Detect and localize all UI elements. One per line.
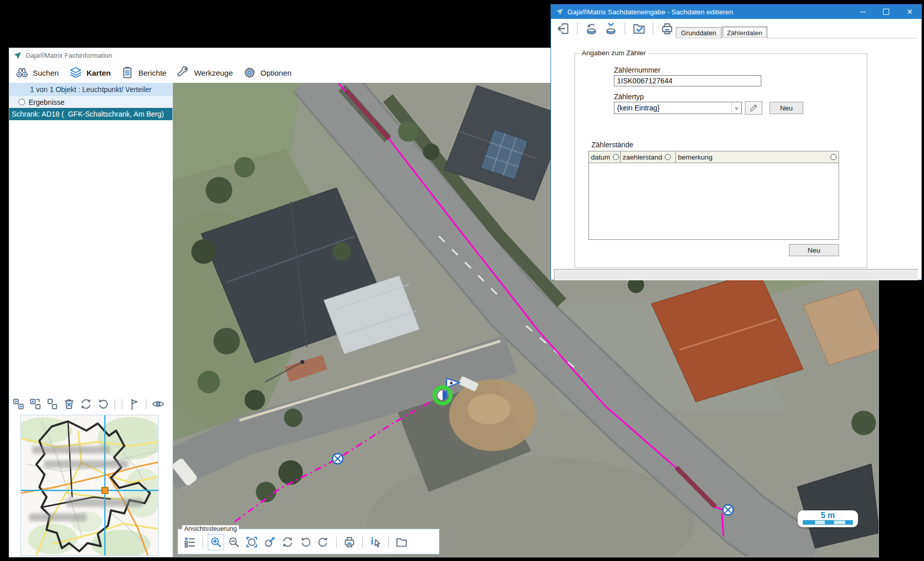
info-select-button[interactable]: [369, 535, 382, 549]
zaehlerstaende-table[interactable]: datum zaehlerstand bemerkung: [588, 151, 839, 240]
sort-indicator[interactable]: [613, 154, 619, 160]
reload-data-button[interactable]: [584, 21, 599, 36]
layer-list-button[interactable]: [183, 535, 196, 549]
flag-button[interactable]: [127, 397, 141, 411]
toolbar-berichte[interactable]: Berichte: [121, 66, 166, 79]
cable-node-marker[interactable]: [723, 505, 733, 515]
zaehlernummer-input[interactable]: [614, 75, 761, 86]
folder-check-icon: [632, 21, 646, 36]
toolbar-werkzeuge[interactable]: Werkzeuge: [177, 66, 233, 79]
dialog-toolbar: Grunddaten Zählerdaten: [551, 19, 921, 38]
trash-x-icon: [62, 397, 76, 411]
sort-indicator[interactable]: [830, 154, 837, 160]
refresh-icon: [281, 535, 294, 549]
print-button[interactable]: [660, 21, 674, 36]
sachdaten-dialog: Gaja®Matrix Sachdateneingabe - Sachdaten…: [551, 4, 922, 280]
zoom-in-icon: [209, 535, 223, 549]
edit-zaehlertyp-button[interactable]: [745, 101, 762, 115]
blurred-place-label: [44, 460, 128, 468]
blurred-place-label: [66, 499, 143, 507]
divider: [362, 537, 363, 548]
printer-icon: [660, 21, 674, 36]
zaehlerstaende-label: Zählerstände: [591, 141, 633, 149]
blurred-place-label: [32, 446, 110, 454]
zoom-out-tool-button[interactable]: [227, 535, 240, 549]
divider: [203, 537, 203, 548]
database-save-icon: [604, 21, 618, 36]
tab-grunddaten[interactable]: Grunddaten: [676, 27, 721, 38]
results-tools: [12, 394, 165, 414]
zaehlerstand-neu-button[interactable]: Neu: [789, 244, 839, 256]
maximize-icon: [883, 9, 889, 15]
toolbar-karten[interactable]: Karten: [69, 66, 111, 79]
toolbar-optionen[interactable]: Optionen: [243, 66, 292, 79]
redo-icon: [317, 535, 330, 549]
zaehlernummer-label: Zählernummer: [614, 66, 661, 74]
undo-icon: [299, 535, 312, 549]
print-map-button[interactable]: [343, 535, 356, 549]
open-folder-button[interactable]: [395, 535, 408, 549]
zoom-out-icon: [227, 535, 240, 549]
printer-icon: [343, 535, 356, 549]
toolbar-optionen-label: Optionen: [260, 69, 292, 77]
column-header-zaehlerstand[interactable]: zaehlerstand: [621, 151, 676, 163]
zoom-in-tool-button[interactable]: [209, 535, 223, 549]
cable-node-marker[interactable]: [333, 454, 343, 464]
refresh-results-button[interactable]: [79, 397, 93, 411]
screen: Gaja®Matrix Fachinformation Suchen Kart: [0, 0, 924, 561]
divider: [625, 23, 625, 35]
select-objects-button[interactable]: [12, 397, 25, 411]
toolbar-karten-label: Karten: [86, 69, 111, 77]
dialog-title: Gaja®Matrix Sachdateneingabe - Sachdaten…: [567, 8, 733, 16]
zaehlertyp-value: {kein Eintrag}: [614, 104, 731, 112]
tab-zaehlerdaten[interactable]: Zählerdaten: [722, 26, 767, 38]
app-logo-icon: [14, 52, 21, 59]
pencil-icon: [749, 103, 759, 113]
sort-indicator[interactable]: [665, 154, 671, 160]
dialog-tabs: Grunddaten Zählerdaten: [676, 26, 768, 38]
zaehlertyp-neu-button[interactable]: Neu: [769, 102, 803, 114]
squares-filled-icon: [12, 397, 25, 411]
divider: [577, 23, 578, 35]
add-selection-button[interactable]: [29, 397, 42, 411]
view-toolbar-label: Ansichtssteuerung: [182, 525, 239, 532]
result-item-selected[interactable]: Schrank: AD18 ( GFK-Schaltschrank, Am Be…: [9, 108, 172, 120]
validate-button[interactable]: [632, 21, 646, 36]
zaehlertyp-combo[interactable]: {kein Eintrag} ∨: [614, 102, 742, 114]
column-header-datum[interactable]: datum: [589, 151, 621, 163]
column-header-bemerkung[interactable]: bemerkung: [676, 151, 839, 163]
refresh-icon: [79, 397, 93, 411]
close-button[interactable]: ✕: [898, 5, 921, 19]
minimize-button[interactable]: [851, 5, 874, 19]
overview-map[interactable]: [20, 415, 159, 556]
divider: [336, 537, 337, 548]
undo-button[interactable]: [96, 397, 109, 411]
eye-icon: [151, 397, 165, 411]
results-group-row[interactable]: Ergebnisse: [9, 96, 172, 108]
maximize-button[interactable]: [874, 5, 898, 19]
wrench-icon: [177, 66, 190, 79]
scale-label: 5 m: [798, 510, 858, 520]
zoom-window-button[interactable]: [245, 535, 258, 549]
refresh-map-button[interactable]: [281, 535, 294, 549]
toolbar-suchen[interactable]: Suchen: [15, 66, 59, 79]
delete-results-button[interactable]: [62, 397, 76, 411]
view-undo-button[interactable]: [299, 535, 312, 549]
exit-icon: [556, 21, 570, 36]
chevron-down-icon[interactable]: ∨: [731, 102, 741, 114]
view-redo-button[interactable]: [317, 535, 330, 549]
save-data-button[interactable]: [604, 21, 618, 36]
visibility-button[interactable]: [151, 397, 165, 411]
dialog-titlebar[interactable]: Gaja®Matrix Sachdateneingabe - Sachdaten…: [551, 5, 921, 19]
layer-list-icon: [183, 535, 196, 549]
zoom-window-icon: [245, 535, 258, 549]
scale-bar-graphic: [803, 520, 853, 525]
folder-icon: [395, 535, 408, 549]
gear-icon: [243, 66, 256, 79]
results-group-icon: [18, 99, 25, 105]
clear-selection-button[interactable]: [46, 397, 59, 411]
database-reload-icon: [584, 21, 599, 36]
app-logo-icon: [556, 8, 563, 15]
pan-goto-button[interactable]: [263, 535, 276, 549]
exit-editor-button[interactable]: [556, 21, 570, 36]
